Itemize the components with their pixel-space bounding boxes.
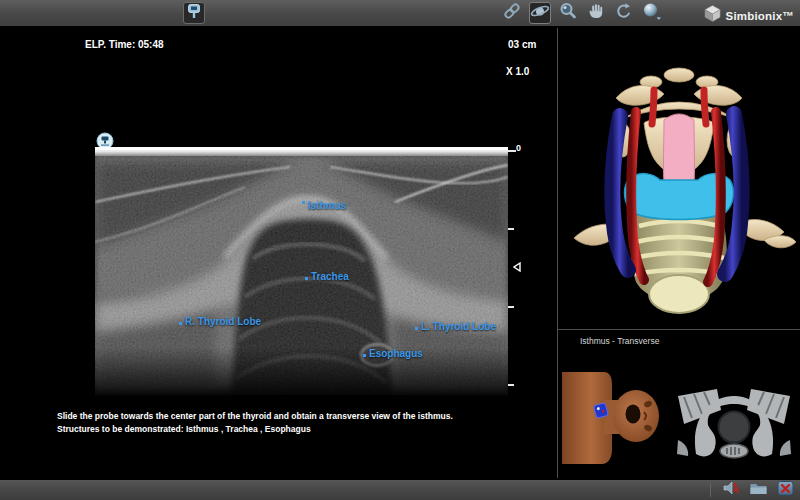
label-text: Esophagus — [369, 348, 423, 359]
pan-hand-icon — [586, 1, 606, 25]
brand-name: Simbionix™ — [726, 10, 794, 22]
view-toolbar — [501, 2, 663, 24]
speaker-icon — [722, 479, 741, 500]
pan-tool-button[interactable] — [585, 2, 607, 24]
instruction-line-2: Structures to be demonstrated: Isthmus ,… — [57, 423, 527, 436]
magnify-icon — [558, 1, 578, 25]
rotate-tool-button[interactable] — [613, 2, 635, 24]
marker-dot — [363, 354, 366, 357]
marker-dot — [179, 322, 182, 325]
view-label: Isthmus - Transverse — [580, 336, 659, 346]
marker-dot — [305, 277, 308, 280]
depth-setting: 03 cm — [508, 39, 536, 50]
orbit-tool-button[interactable] — [529, 2, 551, 24]
folder-icon — [749, 479, 768, 500]
marker-dot — [302, 201, 305, 204]
ruler-tick — [508, 228, 514, 230]
ruler-tick — [508, 150, 516, 152]
close-icon — [776, 479, 795, 500]
ultrasound-pane: ELP. Time: 05:48 03 cm X 1.0 — [0, 28, 557, 478]
marker-dot — [415, 327, 418, 330]
anatomy-label-trachea: Trachea — [305, 271, 349, 282]
bottom-toolbar — [0, 478, 800, 500]
probe-select-icon — [185, 2, 203, 24]
elapsed-time: ELP. Time: 05:48 — [85, 39, 164, 50]
render-mode-button[interactable] — [641, 2, 663, 24]
exit-button[interactable] — [776, 481, 795, 499]
top-toolbar: Simbionix™ — [0, 0, 800, 28]
guidance-pane: Isthmus - Transverse — [557, 28, 800, 478]
ruler-zero-label: 0 — [516, 143, 521, 153]
transverse-schematic-view — [670, 384, 798, 464]
focus-arrow-icon[interactable] — [513, 258, 521, 276]
divider — [710, 483, 711, 497]
link-icon — [502, 1, 522, 25]
brand-logo: Simbionix™ — [703, 4, 794, 27]
ultrasound-image — [95, 147, 508, 402]
simbionix-cube-icon — [703, 4, 722, 27]
zoom-factor: X 1.0 — [506, 66, 529, 77]
task-instructions: Slide the probe towards the center part … — [57, 410, 527, 435]
open-file-button[interactable] — [749, 481, 768, 499]
anatomy-3d-view[interactable] — [558, 28, 800, 330]
main-area: ELP. Time: 05:48 03 cm X 1.0 — [0, 28, 800, 478]
rotate-icon — [614, 1, 634, 25]
render-sphere-icon — [641, 1, 663, 25]
anatomy-label-isthmus: Isthmus — [302, 200, 346, 211]
label-text: Isthmus — [308, 200, 346, 211]
mannequin-probe-view — [560, 354, 666, 470]
label-text: Trachea — [311, 271, 349, 282]
anatomy-label-right-thyroid-lobe: R. Thyroid Lobe — [179, 316, 261, 327]
instruction-line-1: Slide the probe towards the center part … — [57, 410, 527, 423]
anatomy-label-left-thyroid-lobe: L. Thyroid Lobe — [415, 321, 496, 332]
simulator-window: Simbionix™ ELP. Time: 05:48 03 cm X 1.0 — [0, 0, 800, 500]
orbit-icon — [530, 1, 550, 25]
label-text: R. Thyroid Lobe — [185, 316, 261, 327]
magnify-tool-button[interactable] — [557, 2, 579, 24]
ruler-tick — [508, 306, 514, 308]
link-tool-button[interactable] — [501, 2, 523, 24]
probe-select-button[interactable] — [183, 2, 205, 24]
ruler-tick — [508, 384, 514, 386]
label-text: L. Thyroid Lobe — [421, 321, 496, 332]
anatomy-label-esophagus: Esophagus — [363, 348, 423, 359]
audio-mute-button[interactable] — [722, 481, 741, 499]
